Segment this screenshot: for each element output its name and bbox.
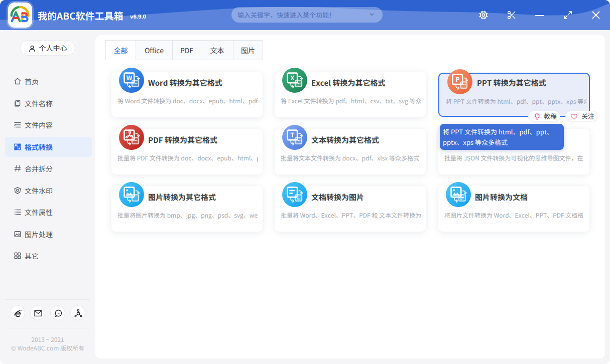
svg-text:T: T bbox=[290, 130, 294, 139]
svg-text:X: X bbox=[290, 73, 294, 82]
svg-text:P: P bbox=[455, 74, 459, 84]
svg-text:W: W bbox=[127, 73, 133, 82]
